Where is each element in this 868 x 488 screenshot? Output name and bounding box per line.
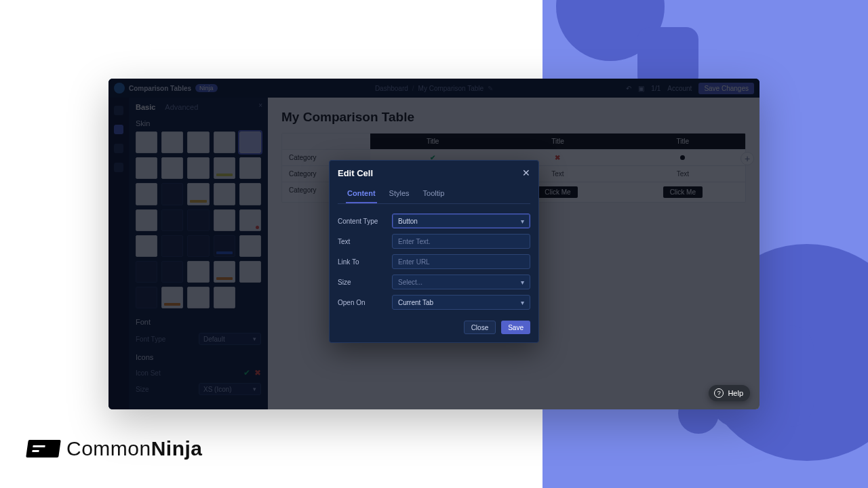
open-on-value: Current Tab bbox=[398, 299, 433, 306]
modal-title: Edit Cell bbox=[338, 168, 373, 178]
chevron-down-icon: ▾ bbox=[521, 279, 524, 286]
help-icon: ? bbox=[714, 388, 724, 398]
text-input[interactable]: Enter Text. bbox=[392, 234, 530, 249]
open-on-select[interactable]: Current Tab ▾ bbox=[392, 295, 530, 310]
brand-word-b: Ninja bbox=[151, 437, 203, 460]
brand-word-a: Common bbox=[66, 437, 151, 460]
link-to-input[interactable]: Enter URL bbox=[392, 254, 530, 269]
size-value: Select... bbox=[398, 279, 422, 286]
modal-save-button[interactable]: Save bbox=[501, 321, 530, 334]
content-type-label: Content Type bbox=[338, 218, 387, 225]
open-on-label: Open On bbox=[338, 299, 387, 306]
brand-mark-icon bbox=[26, 440, 61, 458]
modal-tab-tooltip[interactable]: Tooltip bbox=[422, 185, 446, 203]
modal-tab-content[interactable]: Content bbox=[346, 185, 377, 203]
help-label: Help bbox=[728, 389, 743, 397]
app-window: Comparison Tables Ninja Dashboard / My C… bbox=[108, 79, 760, 409]
link-to-label: Link To bbox=[338, 258, 387, 266]
modal-tab-styles[interactable]: Styles bbox=[388, 185, 411, 203]
content-type-value: Button bbox=[398, 218, 418, 225]
help-button[interactable]: ? Help bbox=[709, 385, 750, 401]
chevron-down-icon: ▾ bbox=[521, 299, 524, 306]
size-select[interactable]: Select... ▾ bbox=[392, 274, 530, 289]
text-label: Text bbox=[338, 238, 387, 245]
modal-tabs: Content Styles Tooltip bbox=[338, 185, 530, 204]
brand-logo: CommonNinja bbox=[27, 437, 203, 460]
content-type-select[interactable]: Button ▾ bbox=[392, 214, 530, 228]
size-label: Size bbox=[338, 279, 387, 286]
edit-cell-modal: Edit Cell ✕ Content Styles Tooltip Conte… bbox=[329, 160, 539, 343]
modal-close-icon[interactable]: ✕ bbox=[522, 167, 530, 178]
modal-close-button[interactable]: Close bbox=[464, 321, 496, 334]
chevron-down-icon: ▾ bbox=[521, 218, 524, 225]
text-placeholder: Enter Text. bbox=[398, 238, 431, 245]
link-to-placeholder: Enter URL bbox=[398, 258, 430, 266]
